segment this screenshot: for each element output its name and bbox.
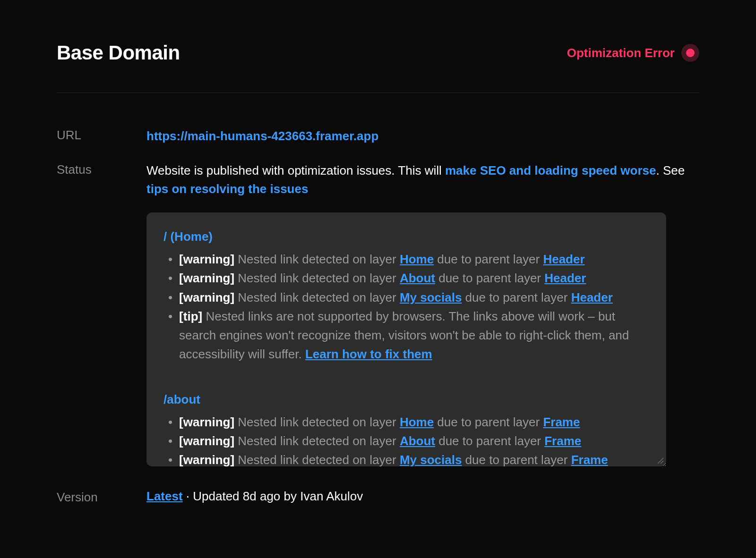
parent-layer-link[interactable]: Frame xyxy=(571,453,608,466)
issue-tag: [warning] xyxy=(179,434,234,448)
issue-tag: [warning] xyxy=(179,271,234,285)
version-text: Updated 8d ago by Ivan Akulov xyxy=(193,489,363,503)
issue-tag: [warning] xyxy=(179,453,234,466)
issue-body: [warning] Nested link detected on layer … xyxy=(179,269,649,287)
issue-tag: [warning] xyxy=(179,415,234,429)
issue-body: [warning] Nested link detected on layer … xyxy=(179,450,649,466)
layer-link[interactable]: About xyxy=(400,434,435,448)
issue-text-pre: Nested link detected on layer xyxy=(234,453,400,466)
parent-layer-link[interactable]: Header xyxy=(544,271,586,285)
bullet-icon: • xyxy=(168,431,172,450)
status-row: Status Website is published with optimiz… xyxy=(57,161,699,466)
bullet-icon: • xyxy=(168,250,172,269)
version-label: Version xyxy=(57,489,146,505)
list-item: • [warning] Nested link detected on laye… xyxy=(168,269,649,287)
issue-text-mid: due to parent layer xyxy=(434,415,543,429)
issue-tag: [warning] xyxy=(179,252,234,266)
bullet-icon: • xyxy=(168,450,172,466)
bullet-icon: • xyxy=(168,413,172,431)
divider xyxy=(57,93,699,93)
url-value: https://main-humans-423663.framer.app xyxy=(146,127,699,145)
issue-page-heading[interactable]: /about xyxy=(163,390,649,409)
layer-link[interactable]: My socials xyxy=(400,290,462,304)
url-label: URL xyxy=(57,127,146,143)
status-value: Website is published with optimization i… xyxy=(146,161,699,466)
issue-body: [warning] Nested link detected on layer … xyxy=(179,431,649,450)
header-row: Base Domain Optimization Error xyxy=(57,42,699,64)
resize-handle-icon[interactable] xyxy=(657,457,664,465)
parent-layer-link[interactable]: Frame xyxy=(544,434,581,448)
list-item: • [warning] Nested link detected on laye… xyxy=(168,450,649,466)
status-dot-icon xyxy=(686,49,695,57)
page-container: Base Domain Optimization Error URL https… xyxy=(0,0,756,505)
list-item: • [tip] Nested links are not supported b… xyxy=(168,307,649,364)
issue-text-pre: Nested link detected on layer xyxy=(234,252,400,266)
issue-text-mid: due to parent layer xyxy=(462,290,571,304)
issue-body: [warning] Nested link detected on layer … xyxy=(179,288,649,307)
issue-body: [warning] Nested link detected on layer … xyxy=(179,250,649,269)
bullet-icon: • xyxy=(168,288,172,307)
layer-link[interactable]: Home xyxy=(400,415,434,429)
issues-panel: / (Home) • [warning] Nested link detecte… xyxy=(146,212,666,466)
tip-link[interactable]: Learn how to fix them xyxy=(305,347,432,361)
svg-line-1 xyxy=(661,461,663,464)
status-link-tips[interactable]: tips on resolving the issues xyxy=(146,182,308,196)
page-title: Base Domain xyxy=(57,42,180,64)
list-item: • [warning] Nested link detected on laye… xyxy=(168,250,649,269)
layer-link[interactable]: About xyxy=(400,271,435,285)
status-dot-halo xyxy=(681,44,699,62)
version-separator: · xyxy=(183,489,193,503)
parent-layer-link[interactable]: Header xyxy=(543,252,584,266)
layer-link[interactable]: My socials xyxy=(400,453,462,466)
status-badge: Optimization Error xyxy=(567,44,699,62)
spacer xyxy=(163,364,649,381)
issue-text-pre: Nested link detected on layer xyxy=(234,271,400,285)
version-link[interactable]: Latest xyxy=(146,489,183,503)
status-label: Status xyxy=(57,161,146,177)
status-link-seo[interactable]: make SEO and loading speed worse xyxy=(445,163,656,178)
svg-line-0 xyxy=(658,458,663,464)
issue-text-mid: due to parent layer xyxy=(435,271,544,285)
issue-text-pre: Nested link detected on layer xyxy=(234,434,400,448)
parent-layer-link[interactable]: Frame xyxy=(543,415,580,429)
issue-body: [warning] Nested link detected on layer … xyxy=(179,413,649,431)
list-item: • [warning] Nested link detected on laye… xyxy=(168,413,649,431)
version-value: Latest · Updated 8d ago by Ivan Akulov xyxy=(146,489,363,504)
bullet-icon: • xyxy=(168,307,172,326)
issue-tag: [tip] xyxy=(179,309,202,323)
url-link[interactable]: https://main-humans-423663.framer.app xyxy=(146,129,378,143)
issue-text-mid: due to parent layer xyxy=(434,252,543,266)
issue-text-pre: Nested link detected on layer xyxy=(234,415,400,429)
issues-list: • [warning] Nested link detected on laye… xyxy=(163,250,649,364)
issue-text-mid: due to parent layer xyxy=(462,453,571,466)
status-text-part-2: . See xyxy=(656,163,685,178)
issue-text-mid: due to parent layer xyxy=(435,434,544,448)
url-row: URL https://main-humans-423663.framer.ap… xyxy=(57,127,699,145)
status-badge-label: Optimization Error xyxy=(567,46,675,60)
issue-tag: [warning] xyxy=(179,290,234,304)
bullet-icon: • xyxy=(168,269,172,287)
issue-page-heading[interactable]: / (Home) xyxy=(163,228,649,246)
issues-list: • [warning] Nested link detected on laye… xyxy=(163,413,649,466)
parent-layer-link[interactable]: Header xyxy=(571,290,613,304)
issue-body: [tip] Nested links are not supported by … xyxy=(179,307,649,364)
layer-link[interactable]: Home xyxy=(400,252,434,266)
status-text-part-1: Website is published with optimization i… xyxy=(146,163,445,178)
version-row: Version Latest · Updated 8d ago by Ivan … xyxy=(57,489,699,505)
list-item: • [warning] Nested link detected on laye… xyxy=(168,431,649,450)
issue-text-pre: Nested link detected on layer xyxy=(234,290,400,304)
list-item: • [warning] Nested link detected on laye… xyxy=(168,288,649,307)
